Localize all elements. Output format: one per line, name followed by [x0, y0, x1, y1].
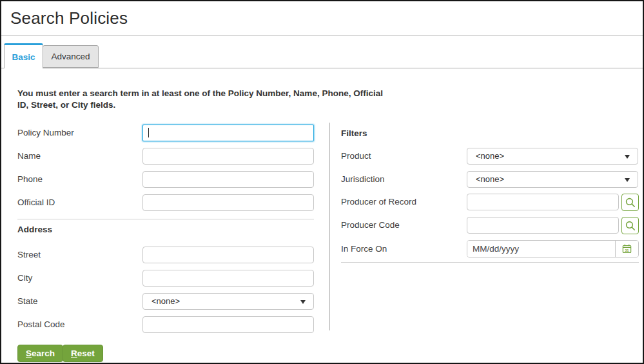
jurisdiction-select-value: <none>	[476, 174, 504, 184]
reset-button[interactable]: Reset	[63, 345, 103, 362]
city-input[interactable]	[142, 270, 314, 287]
official-id-label: Official ID	[17, 194, 55, 211]
producer-of-record-search-button[interactable]	[621, 194, 639, 211]
required-fields-message: You must enter a search term in at least…	[17, 88, 395, 111]
tab-advanced[interactable]: Advanced	[43, 45, 99, 68]
search-icon	[625, 197, 636, 208]
text-cursor	[148, 128, 149, 137]
street-label: Street	[17, 247, 41, 263]
phone-label: Phone	[17, 171, 43, 188]
search-button[interactable]: Search	[17, 345, 63, 362]
producer-code-input[interactable]	[467, 217, 619, 234]
producer-of-record-label: Producer of Record	[341, 194, 416, 210]
producer-of-record-input[interactable]	[467, 194, 619, 210]
svg-text:31: 31	[625, 248, 629, 252]
state-label: State	[17, 293, 38, 310]
filters-header: Filters	[341, 128, 367, 139]
caret-down-icon	[300, 300, 306, 304]
state-select[interactable]: <none>	[142, 293, 314, 310]
jurisdiction-select[interactable]: <none>	[467, 171, 638, 188]
search-icon	[625, 220, 636, 232]
postal-code-input[interactable]	[142, 316, 314, 333]
product-select-value: <none>	[476, 151, 504, 161]
column-divider	[329, 123, 330, 330]
official-id-input[interactable]	[142, 194, 314, 211]
jurisdiction-label: Jurisdiction	[341, 171, 385, 188]
caret-down-icon	[625, 178, 630, 182]
producer-code-search-button[interactable]	[621, 217, 639, 234]
tab-basic-label: Basic	[12, 52, 35, 62]
policy-number-label: Policy Number	[17, 125, 74, 141]
name-label: Name	[17, 148, 41, 165]
reset-button-label: Reset	[71, 349, 95, 358]
filters-bottom-divider	[341, 262, 639, 263]
address-header: Address	[17, 224, 52, 236]
search-policies-screen: Search Policies Basic Advanced You must …	[0, 0, 644, 364]
tab-basic[interactable]: Basic	[4, 43, 43, 68]
in-force-on-input[interactable]	[467, 241, 615, 257]
phone-input[interactable]	[142, 171, 314, 188]
tabstrip-divider	[1, 68, 643, 68]
product-select[interactable]: <none>	[467, 148, 638, 165]
street-input[interactable]	[142, 247, 314, 263]
producer-code-label: Producer Code	[341, 217, 400, 234]
caret-down-icon	[625, 155, 630, 159]
state-select-value: <none>	[151, 296, 180, 306]
postal-code-label: Postal Code	[17, 316, 65, 333]
page-title: Search Policies	[10, 8, 128, 28]
city-label: City	[17, 270, 32, 287]
tab-advanced-label: Advanced	[51, 52, 90, 61]
policy-number-input[interactable]	[142, 125, 314, 141]
calendar-icon: 31	[621, 243, 632, 254]
title-divider	[1, 35, 643, 36]
product-label: Product	[341, 148, 371, 165]
in-force-on-calendar-button[interactable]: 31	[615, 241, 638, 257]
in-force-on-field: 31	[467, 240, 639, 258]
search-button-label: Search	[26, 349, 55, 358]
in-force-on-label: In Force On	[341, 241, 387, 258]
address-section-divider	[17, 219, 314, 219]
name-input[interactable]	[142, 148, 314, 165]
